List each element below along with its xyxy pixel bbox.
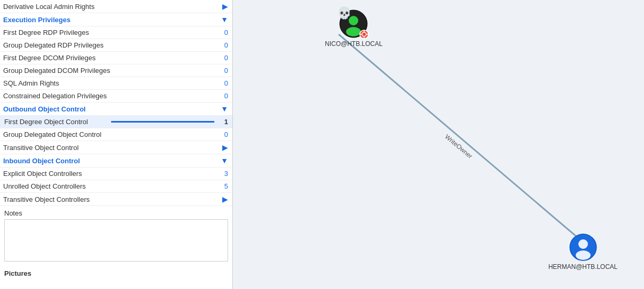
svg-point-2 (346, 27, 361, 36)
graph-panel: WriteOwner 💀 (233, 0, 644, 289)
list-item-transitive-object-control[interactable]: Transitive Object Control ▶ (0, 141, 232, 154)
progress-bar-container (111, 121, 215, 123)
node-herman[interactable]: HERMAN@HTB.LOCAL (548, 234, 618, 271)
list-item-transitive-object-controllers[interactable]: Transitive Object Controllers ▶ (0, 193, 232, 206)
notes-label: Notes (4, 209, 228, 217)
node-nico[interactable]: 💀 NICO@HTB.LOCAL (325, 10, 383, 48)
herman-icon (569, 234, 597, 261)
list-item-constrained-delegation[interactable]: Constrained Delegation Privileges 0 (0, 90, 232, 102)
notes-section: Notes (0, 206, 232, 266)
list-item-first-degree-dcom[interactable]: First Degree DCOM Privileges 0 (0, 52, 232, 64)
list-item-first-degree-rdp[interactable]: First Degree RDP Privileges 0 (0, 26, 232, 39)
arrow-icon-transitive-oc: ▶ (222, 143, 228, 152)
arrow-icon-transitive-oc2: ▶ (222, 195, 228, 203)
list-item-sql-admin[interactable]: SQL Admin Rights 0 (0, 77, 232, 90)
progress-bar (111, 121, 215, 123)
skull-overlay: 💀 (337, 7, 351, 19)
list-item-unrolled-object-controllers[interactable]: Unrolled Object Controllers 5 (0, 180, 232, 193)
target-overlay (359, 30, 369, 39)
graph-edge (339, 34, 595, 253)
section-inbound-object-control[interactable]: Inbound Object Control ▼ (0, 154, 232, 167)
section-outbound-object-control[interactable]: Outbound Object Control ▼ (0, 102, 232, 116)
svg-point-11 (576, 250, 591, 260)
nico-icon: 💀 (339, 10, 368, 38)
section-execution-privileges[interactable]: Execution Privileges ▼ (0, 13, 232, 26)
herman-person-icon (569, 234, 597, 261)
arrow-icon-outbound: ▼ (221, 105, 228, 113)
svg-point-10 (578, 239, 588, 249)
list-item-derivative-local-admin[interactable]: Derivative Local Admin Rights ▶ (0, 0, 232, 13)
arrow-icon-derivative: ▶ (222, 2, 228, 11)
notes-textarea[interactable] (4, 219, 228, 262)
herman-label: HERMAN@HTB.LOCAL (548, 263, 618, 271)
list-item-group-delegated-dcom[interactable]: Group Delegated DCOM Privileges 0 (0, 64, 232, 77)
arrow-icon-inbound: ▼ (221, 156, 228, 165)
arrow-icon-execution: ▼ (221, 15, 228, 24)
edge-label: WriteOwner (443, 133, 474, 160)
left-panel: Derivative Local Admin Rights ▶ Executio… (0, 0, 233, 289)
list-item-first-degree-object-control[interactable]: First Degree Object Control 1 (0, 116, 232, 128)
pictures-label[interactable]: Pictures (0, 266, 232, 281)
list-item-explicit-object-controllers[interactable]: Explicit Object Controllers 3 (0, 167, 232, 180)
list-item-group-delegated-object-control[interactable]: Group Delegated Object Control 0 (0, 128, 232, 141)
list-item-group-delegated-rdp[interactable]: Group Delegated RDP Privileges 0 (0, 39, 232, 52)
nico-label: NICO@HTB.LOCAL (325, 40, 383, 48)
